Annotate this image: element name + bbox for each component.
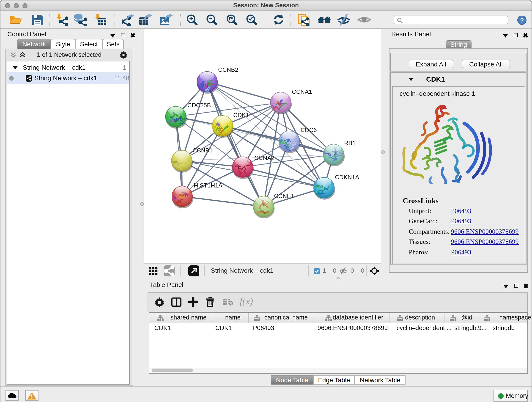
svg-text:CDK1: CDK1 <box>233 112 249 119</box>
svg-text:CCNB1: CCNB1 <box>192 147 213 154</box>
svg-text:CDC25B: CDC25B <box>187 102 211 109</box>
svg-text:CCNE1: CCNE1 <box>274 192 294 199</box>
svg-text:CDC6: CDC6 <box>301 127 317 133</box>
svg-text:CCNA2: CCNA2 <box>254 154 274 161</box>
svg-text:HIST1H1A: HIST1H1A <box>194 182 222 189</box>
svg-text:CDKN1A: CDKN1A <box>335 174 359 181</box>
svg-text:RB1: RB1 <box>344 140 356 147</box>
svg-text:CCNB2: CCNB2 <box>218 66 238 73</box>
svg-text:CCNA1: CCNA1 <box>292 88 312 95</box>
